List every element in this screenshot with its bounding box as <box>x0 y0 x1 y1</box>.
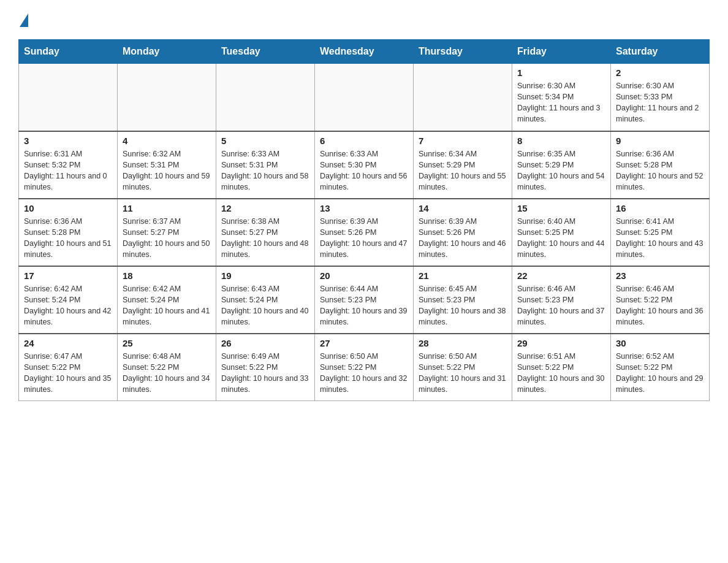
day-number: 21 <box>419 270 507 281</box>
day-info: Sunrise: 6:34 AM Sunset: 5:29 PM Dayligh… <box>419 148 507 193</box>
day-info: Sunrise: 6:36 AM Sunset: 5:28 PM Dayligh… <box>24 216 112 261</box>
calendar-cell <box>118 64 216 131</box>
day-number: 4 <box>123 136 211 146</box>
calendar-cell: 29Sunrise: 6:51 AM Sunset: 5:22 PM Dayli… <box>512 334 611 401</box>
day-number: 10 <box>24 203 112 213</box>
day-info: Sunrise: 6:30 AM Sunset: 5:34 PM Dayligh… <box>517 80 605 125</box>
logo-triangle-icon <box>20 13 28 27</box>
day-number: 30 <box>616 338 704 348</box>
day-number: 29 <box>517 338 605 348</box>
calendar-cell: 26Sunrise: 6:49 AM Sunset: 5:22 PM Dayli… <box>216 334 315 401</box>
day-info: Sunrise: 6:37 AM Sunset: 5:27 PM Dayligh… <box>123 216 211 261</box>
calendar-cell: 9Sunrise: 6:36 AM Sunset: 5:28 PM Daylig… <box>611 131 710 199</box>
page-header <box>18 12 710 27</box>
day-info: Sunrise: 6:39 AM Sunset: 5:26 PM Dayligh… <box>419 216 507 261</box>
calendar-week-row: 24Sunrise: 6:47 AM Sunset: 5:22 PM Dayli… <box>19 334 710 401</box>
day-number: 16 <box>616 203 704 213</box>
day-info: Sunrise: 6:40 AM Sunset: 5:25 PM Dayligh… <box>517 216 605 261</box>
calendar-cell: 16Sunrise: 6:41 AM Sunset: 5:25 PM Dayli… <box>611 199 710 266</box>
day-number: 3 <box>24 136 112 146</box>
calendar-header-wednesday: Wednesday <box>315 40 414 64</box>
calendar-cell: 3Sunrise: 6:31 AM Sunset: 5:32 PM Daylig… <box>19 131 118 199</box>
calendar-cell: 2Sunrise: 6:30 AM Sunset: 5:33 PM Daylig… <box>611 64 710 131</box>
calendar-week-row: 1Sunrise: 6:30 AM Sunset: 5:34 PM Daylig… <box>19 64 710 131</box>
day-info: Sunrise: 6:50 AM Sunset: 5:22 PM Dayligh… <box>320 351 408 396</box>
day-info: Sunrise: 6:42 AM Sunset: 5:24 PM Dayligh… <box>24 283 112 328</box>
day-info: Sunrise: 6:30 AM Sunset: 5:33 PM Dayligh… <box>616 80 704 125</box>
day-info: Sunrise: 6:45 AM Sunset: 5:23 PM Dayligh… <box>419 283 507 328</box>
day-info: Sunrise: 6:39 AM Sunset: 5:26 PM Dayligh… <box>320 216 408 261</box>
day-number: 9 <box>616 136 704 146</box>
calendar-cell: 7Sunrise: 6:34 AM Sunset: 5:29 PM Daylig… <box>414 131 512 199</box>
day-number: 23 <box>616 270 704 281</box>
day-number: 17 <box>24 270 112 281</box>
day-number: 14 <box>419 203 507 213</box>
day-info: Sunrise: 6:33 AM Sunset: 5:31 PM Dayligh… <box>221 148 309 193</box>
calendar-week-row: 10Sunrise: 6:36 AM Sunset: 5:28 PM Dayli… <box>19 199 710 266</box>
day-number: 22 <box>517 270 605 281</box>
calendar-cell: 25Sunrise: 6:48 AM Sunset: 5:22 PM Dayli… <box>118 334 216 401</box>
calendar-cell: 21Sunrise: 6:45 AM Sunset: 5:23 PM Dayli… <box>414 266 512 334</box>
day-info: Sunrise: 6:43 AM Sunset: 5:24 PM Dayligh… <box>221 283 309 328</box>
day-info: Sunrise: 6:36 AM Sunset: 5:28 PM Dayligh… <box>616 148 704 193</box>
calendar-cell: 30Sunrise: 6:52 AM Sunset: 5:22 PM Dayli… <box>611 334 710 401</box>
day-number: 19 <box>221 270 309 281</box>
calendar-cell: 5Sunrise: 6:33 AM Sunset: 5:31 PM Daylig… <box>216 131 315 199</box>
day-number: 27 <box>320 338 408 348</box>
day-number: 20 <box>320 270 408 281</box>
day-info: Sunrise: 6:48 AM Sunset: 5:22 PM Dayligh… <box>123 351 211 396</box>
calendar-cell: 17Sunrise: 6:42 AM Sunset: 5:24 PM Dayli… <box>19 266 118 334</box>
day-info: Sunrise: 6:31 AM Sunset: 5:32 PM Dayligh… <box>24 148 112 193</box>
day-info: Sunrise: 6:51 AM Sunset: 5:22 PM Dayligh… <box>517 351 605 396</box>
day-info: Sunrise: 6:49 AM Sunset: 5:22 PM Dayligh… <box>221 351 309 396</box>
calendar-header-saturday: Saturday <box>611 40 710 64</box>
calendar-cell <box>414 64 512 131</box>
day-info: Sunrise: 6:35 AM Sunset: 5:29 PM Dayligh… <box>517 148 605 193</box>
day-number: 5 <box>221 136 309 146</box>
calendar-cell: 13Sunrise: 6:39 AM Sunset: 5:26 PM Dayli… <box>315 199 414 266</box>
day-number: 2 <box>616 67 704 78</box>
day-info: Sunrise: 6:50 AM Sunset: 5:22 PM Dayligh… <box>419 351 507 396</box>
day-info: Sunrise: 6:47 AM Sunset: 5:22 PM Dayligh… <box>24 351 112 396</box>
day-info: Sunrise: 6:38 AM Sunset: 5:27 PM Dayligh… <box>221 216 309 261</box>
day-number: 18 <box>123 270 211 281</box>
calendar-header-friday: Friday <box>512 40 611 64</box>
day-number: 1 <box>517 67 605 78</box>
day-number: 6 <box>320 136 408 146</box>
day-number: 8 <box>517 136 605 146</box>
day-info: Sunrise: 6:41 AM Sunset: 5:25 PM Dayligh… <box>616 216 704 261</box>
calendar-cell: 14Sunrise: 6:39 AM Sunset: 5:26 PM Dayli… <box>414 199 512 266</box>
day-number: 25 <box>123 338 211 348</box>
day-info: Sunrise: 6:46 AM Sunset: 5:23 PM Dayligh… <box>517 283 605 328</box>
calendar-cell: 19Sunrise: 6:43 AM Sunset: 5:24 PM Dayli… <box>216 266 315 334</box>
calendar-week-row: 17Sunrise: 6:42 AM Sunset: 5:24 PM Dayli… <box>19 266 710 334</box>
day-number: 12 <box>221 203 309 213</box>
calendar-week-row: 3Sunrise: 6:31 AM Sunset: 5:32 PM Daylig… <box>19 131 710 199</box>
calendar-cell: 6Sunrise: 6:33 AM Sunset: 5:30 PM Daylig… <box>315 131 414 199</box>
calendar-cell <box>315 64 414 131</box>
day-info: Sunrise: 6:33 AM Sunset: 5:30 PM Dayligh… <box>320 148 408 193</box>
day-number: 28 <box>419 338 507 348</box>
calendar-table: SundayMondayTuesdayWednesdayThursdayFrid… <box>18 39 710 401</box>
calendar-cell: 23Sunrise: 6:46 AM Sunset: 5:22 PM Dayli… <box>611 266 710 334</box>
calendar-header-thursday: Thursday <box>414 40 512 64</box>
calendar-cell: 22Sunrise: 6:46 AM Sunset: 5:23 PM Dayli… <box>512 266 611 334</box>
calendar-cell: 11Sunrise: 6:37 AM Sunset: 5:27 PM Dayli… <box>118 199 216 266</box>
day-info: Sunrise: 6:46 AM Sunset: 5:22 PM Dayligh… <box>616 283 704 328</box>
day-info: Sunrise: 6:42 AM Sunset: 5:24 PM Dayligh… <box>123 283 211 328</box>
calendar-cell: 27Sunrise: 6:50 AM Sunset: 5:22 PM Dayli… <box>315 334 414 401</box>
calendar-header-tuesday: Tuesday <box>216 40 315 64</box>
logo <box>18 12 28 27</box>
calendar-header-row: SundayMondayTuesdayWednesdayThursdayFrid… <box>19 40 710 64</box>
calendar-cell: 18Sunrise: 6:42 AM Sunset: 5:24 PM Dayli… <box>118 266 216 334</box>
day-number: 26 <box>221 338 309 348</box>
day-number: 24 <box>24 338 112 348</box>
calendar-cell: 15Sunrise: 6:40 AM Sunset: 5:25 PM Dayli… <box>512 199 611 266</box>
day-number: 15 <box>517 203 605 213</box>
day-number: 7 <box>419 136 507 146</box>
day-info: Sunrise: 6:52 AM Sunset: 5:22 PM Dayligh… <box>616 351 704 396</box>
calendar-header-sunday: Sunday <box>19 40 118 64</box>
day-info: Sunrise: 6:32 AM Sunset: 5:31 PM Dayligh… <box>123 148 211 193</box>
calendar-cell: 12Sunrise: 6:38 AM Sunset: 5:27 PM Dayli… <box>216 199 315 266</box>
calendar-cell: 1Sunrise: 6:30 AM Sunset: 5:34 PM Daylig… <box>512 64 611 131</box>
